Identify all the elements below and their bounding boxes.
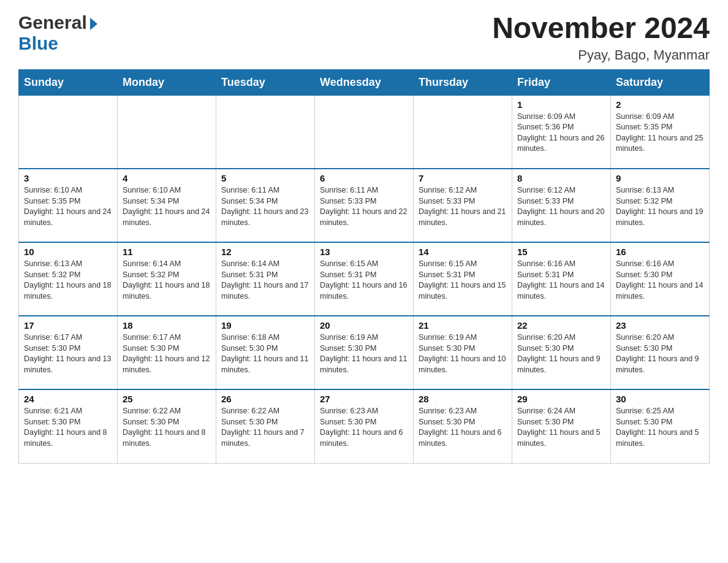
day-number: 23 xyxy=(616,320,704,331)
day-number: 18 xyxy=(123,320,211,331)
day-number: 28 xyxy=(419,394,507,404)
day-number: 8 xyxy=(517,173,605,183)
day-info: Sunrise: 6:12 AMSunset: 5:33 PMDaylight:… xyxy=(517,185,605,228)
table-row: 27Sunrise: 6:23 AMSunset: 5:30 PMDayligh… xyxy=(315,389,414,463)
day-number: 15 xyxy=(517,247,605,257)
table-row: 16Sunrise: 6:16 AMSunset: 5:30 PMDayligh… xyxy=(611,242,710,316)
col-friday: Friday xyxy=(512,69,611,95)
calendar-header-row: Sunday Monday Tuesday Wednesday Thursday… xyxy=(19,69,710,95)
table-row: 21Sunrise: 6:19 AMSunset: 5:30 PMDayligh… xyxy=(414,316,512,389)
table-row: 4Sunrise: 6:10 AMSunset: 5:34 PMDaylight… xyxy=(118,169,216,242)
calendar-table: Sunday Monday Tuesday Wednesday Thursday… xyxy=(18,69,710,464)
day-number: 3 xyxy=(24,173,112,183)
table-row: 25Sunrise: 6:22 AMSunset: 5:30 PMDayligh… xyxy=(118,389,216,463)
logo-arrow-icon xyxy=(90,18,97,30)
table-row: 15Sunrise: 6:16 AMSunset: 5:31 PMDayligh… xyxy=(512,242,611,316)
table-row: 17Sunrise: 6:17 AMSunset: 5:30 PMDayligh… xyxy=(19,316,118,389)
col-saturday: Saturday xyxy=(611,69,710,95)
day-number: 27 xyxy=(320,394,408,404)
day-info: Sunrise: 6:22 AMSunset: 5:30 PMDaylight:… xyxy=(221,406,309,449)
day-info: Sunrise: 6:11 AMSunset: 5:34 PMDaylight:… xyxy=(221,185,309,228)
day-number: 7 xyxy=(419,173,507,183)
day-info: Sunrise: 6:20 AMSunset: 5:30 PMDaylight:… xyxy=(616,332,704,375)
col-tuesday: Tuesday xyxy=(216,69,315,95)
table-row: 9Sunrise: 6:13 AMSunset: 5:32 PMDaylight… xyxy=(611,169,710,242)
day-number: 14 xyxy=(419,247,507,257)
table-row: 28Sunrise: 6:23 AMSunset: 5:30 PMDayligh… xyxy=(414,389,512,463)
calendar-week-row: 3Sunrise: 6:10 AMSunset: 5:35 PMDaylight… xyxy=(19,169,710,242)
table-row: 26Sunrise: 6:22 AMSunset: 5:30 PMDayligh… xyxy=(216,389,315,463)
table-row: 10Sunrise: 6:13 AMSunset: 5:32 PMDayligh… xyxy=(19,242,118,316)
day-info: Sunrise: 6:24 AMSunset: 5:30 PMDaylight:… xyxy=(517,406,605,449)
calendar-month-year: November 2024 xyxy=(492,12,710,45)
table-row: 24Sunrise: 6:21 AMSunset: 5:30 PMDayligh… xyxy=(19,389,118,463)
calendar-week-row: 1Sunrise: 6:09 AMSunset: 5:36 PMDaylight… xyxy=(19,95,710,169)
calendar-week-row: 10Sunrise: 6:13 AMSunset: 5:32 PMDayligh… xyxy=(19,242,710,316)
col-monday: Monday xyxy=(118,69,216,95)
day-number: 5 xyxy=(221,173,309,183)
day-number: 12 xyxy=(221,247,309,257)
day-info: Sunrise: 6:19 AMSunset: 5:30 PMDaylight:… xyxy=(320,332,408,375)
table-row: 29Sunrise: 6:24 AMSunset: 5:30 PMDayligh… xyxy=(512,389,611,463)
table-row: 8Sunrise: 6:12 AMSunset: 5:33 PMDaylight… xyxy=(512,169,611,242)
table-row: 12Sunrise: 6:14 AMSunset: 5:31 PMDayligh… xyxy=(216,242,315,316)
table-row: 7Sunrise: 6:12 AMSunset: 5:33 PMDaylight… xyxy=(414,169,512,242)
day-info: Sunrise: 6:17 AMSunset: 5:30 PMDaylight:… xyxy=(24,332,112,375)
day-info: Sunrise: 6:17 AMSunset: 5:30 PMDaylight:… xyxy=(123,332,211,375)
day-number: 4 xyxy=(123,173,211,183)
day-info: Sunrise: 6:11 AMSunset: 5:33 PMDaylight:… xyxy=(320,185,408,228)
table-row xyxy=(118,95,216,169)
day-info: Sunrise: 6:15 AMSunset: 5:31 PMDaylight:… xyxy=(419,259,507,302)
day-info: Sunrise: 6:16 AMSunset: 5:31 PMDaylight:… xyxy=(517,259,605,302)
table-row: 22Sunrise: 6:20 AMSunset: 5:30 PMDayligh… xyxy=(512,316,611,389)
day-number: 1 xyxy=(517,99,605,110)
table-row xyxy=(19,95,118,169)
day-info: Sunrise: 6:10 AMSunset: 5:35 PMDaylight:… xyxy=(24,185,112,228)
day-info: Sunrise: 6:20 AMSunset: 5:30 PMDaylight:… xyxy=(517,332,605,375)
day-number: 11 xyxy=(123,247,211,257)
day-number: 21 xyxy=(419,320,507,331)
day-number: 19 xyxy=(221,320,309,331)
logo-blue-text: Blue xyxy=(18,33,58,54)
day-number: 26 xyxy=(221,394,309,404)
day-info: Sunrise: 6:13 AMSunset: 5:32 PMDaylight:… xyxy=(616,185,704,228)
table-row: 14Sunrise: 6:15 AMSunset: 5:31 PMDayligh… xyxy=(414,242,512,316)
day-number: 13 xyxy=(320,247,408,257)
table-row xyxy=(414,95,512,169)
table-row: 23Sunrise: 6:20 AMSunset: 5:30 PMDayligh… xyxy=(611,316,710,389)
day-number: 20 xyxy=(320,320,408,331)
logo-general-text: General xyxy=(18,12,87,33)
table-row: 11Sunrise: 6:14 AMSunset: 5:32 PMDayligh… xyxy=(118,242,216,316)
day-number: 24 xyxy=(24,394,112,404)
day-info: Sunrise: 6:23 AMSunset: 5:30 PMDaylight:… xyxy=(320,406,408,449)
day-number: 2 xyxy=(616,99,704,110)
table-row xyxy=(216,95,315,169)
table-row: 30Sunrise: 6:25 AMSunset: 5:30 PMDayligh… xyxy=(611,389,710,463)
day-info: Sunrise: 6:10 AMSunset: 5:34 PMDaylight:… xyxy=(123,185,211,228)
table-row: 20Sunrise: 6:19 AMSunset: 5:30 PMDayligh… xyxy=(315,316,414,389)
day-number: 17 xyxy=(24,320,112,331)
day-info: Sunrise: 6:22 AMSunset: 5:30 PMDaylight:… xyxy=(123,406,211,449)
calendar-location: Pyay, Bago, Myanmar xyxy=(492,47,710,63)
col-sunday: Sunday xyxy=(19,69,118,95)
logo: General Blue xyxy=(18,12,97,54)
day-number: 6 xyxy=(320,173,408,183)
day-number: 16 xyxy=(616,247,704,257)
day-info: Sunrise: 6:21 AMSunset: 5:30 PMDaylight:… xyxy=(24,406,112,449)
day-info: Sunrise: 6:09 AMSunset: 5:36 PMDaylight:… xyxy=(517,112,605,155)
day-info: Sunrise: 6:14 AMSunset: 5:31 PMDaylight:… xyxy=(221,259,309,302)
calendar-week-row: 17Sunrise: 6:17 AMSunset: 5:30 PMDayligh… xyxy=(19,316,710,389)
day-number: 25 xyxy=(123,394,211,404)
table-row: 3Sunrise: 6:10 AMSunset: 5:35 PMDaylight… xyxy=(19,169,118,242)
table-row: 13Sunrise: 6:15 AMSunset: 5:31 PMDayligh… xyxy=(315,242,414,316)
page-header: General Blue November 2024 Pyay, Bago, M… xyxy=(18,12,710,63)
day-number: 29 xyxy=(517,394,605,404)
day-number: 22 xyxy=(517,320,605,331)
day-info: Sunrise: 6:25 AMSunset: 5:30 PMDaylight:… xyxy=(616,406,704,449)
day-number: 10 xyxy=(24,247,112,257)
day-info: Sunrise: 6:14 AMSunset: 5:32 PMDaylight:… xyxy=(123,259,211,302)
table-row xyxy=(315,95,414,169)
day-number: 9 xyxy=(616,173,704,183)
table-row: 19Sunrise: 6:18 AMSunset: 5:30 PMDayligh… xyxy=(216,316,315,389)
table-row: 5Sunrise: 6:11 AMSunset: 5:34 PMDaylight… xyxy=(216,169,315,242)
